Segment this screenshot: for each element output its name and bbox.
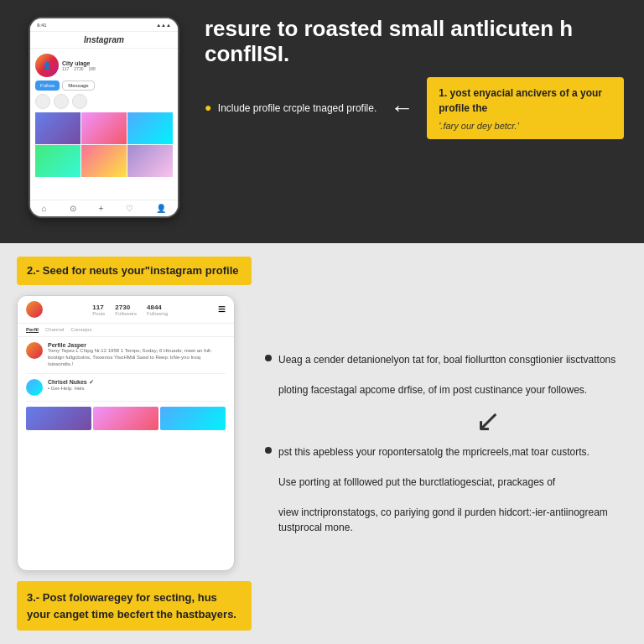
bullet-content-1: Ueag a cender detanionelyon tat for, boa…: [278, 352, 615, 397]
post-thumb-5: [81, 145, 127, 177]
phone-highlights: [35, 94, 173, 109]
post-thumb-2: [81, 112, 127, 144]
highlight-2: [54, 94, 69, 109]
post-name-1: Perfile Jasper: [48, 342, 226, 348]
bullet-item-2: pst this apebless your ropontersatolg th…: [265, 444, 627, 535]
instagram-logo-text: Instagram: [84, 35, 124, 44]
stat-followers: 2730 Followers: [115, 304, 137, 316]
phone-mockup-container: 9:41 ▲▲▲ Instagram 👤 City ulage 11727301…: [20, 17, 188, 223]
step2-label: 2.- Seed for neuts your"instagram profil…: [17, 257, 252, 285]
phone-status-bar: 9:41 ▲▲▲: [30, 18, 178, 32]
bullet2-text1: pst this apebless your ropontersatolg th…: [278, 446, 589, 458]
bullet2-text2: Use porting at folllowed put the burctla…: [278, 476, 555, 488]
highlight-1: [35, 94, 50, 109]
img-thumb-1: [26, 407, 91, 430]
phone-mockup-2: 117 Posts 2730 Followers 4844 Following …: [17, 295, 235, 571]
post-content-2: Chrisel Nukes ✓ • Ger-Help: Hels: [48, 379, 226, 392]
post-thumb-4: [35, 145, 80, 177]
status-icons: ▲▲▲: [156, 23, 171, 28]
yellow-box-sub-text: '.fary our dey betcr.': [439, 121, 612, 131]
profile-stats-row: 👤 City ulage 1172730188: [35, 54, 173, 77]
bullet-content-2: pst this apebless your ropontersatolg th…: [278, 444, 627, 535]
phone2-tabs[interactable]: Perfil Channel Consejos: [18, 324, 234, 337]
post-text-2: • Ger-Help: Hels: [48, 386, 226, 392]
bullet-item-1: Ueag a cender detanionelyon tat for, boa…: [265, 352, 627, 397]
top-section: 9:41 ▲▲▲ Instagram 👤 City ulage 11727301…: [0, 0, 644, 243]
bottom-left: 2.- Seed for neuts your"instagram profil…: [17, 257, 252, 631]
yellow-callout-box: 1. yost enyacial ancivers of a your prof…: [427, 77, 624, 139]
tab-channel[interactable]: Channel: [45, 327, 64, 333]
posts-grid: [35, 112, 173, 177]
profile-info: City ulage 1172730188: [62, 60, 173, 71]
post-name-2: Chrisel Nukes ✓: [48, 379, 226, 386]
yellow-box-main-text: 1. yost enyacial ancivers of a your prof…: [439, 86, 612, 116]
profile-numbers: 1172730188: [62, 66, 173, 71]
callout-row: ● Include profile crcple tnaged profile.…: [205, 77, 624, 139]
img-thumb-3: [160, 407, 226, 430]
step3-label: 3.- Post folowaregey for secting, hus yo…: [17, 581, 252, 631]
post-item-2: Chrisel Nukes ✓ • Ger-Help: Hels: [26, 379, 226, 402]
phone2-stats: 117 Posts 2730 Followers 4844 Following: [92, 304, 168, 316]
profile-avatar: 👤: [35, 54, 59, 77]
status-time: 9:41: [37, 23, 47, 28]
message-button[interactable]: Message: [62, 80, 94, 91]
tab-profile[interactable]: Perfil: [26, 327, 39, 333]
highlight-3: [72, 94, 87, 109]
bullet1-text2: ploting facestagal apcome drfise, of im …: [278, 384, 587, 396]
tab-consejos[interactable]: Consejos: [70, 327, 91, 333]
phone2-header: 117 Posts 2730 Followers 4844 Following …: [18, 296, 234, 324]
include-label: Include profile crcple tnaged profile.: [218, 102, 377, 114]
phone2-options-icon[interactable]: ≡: [218, 302, 226, 317]
post-thumb-1: [35, 112, 80, 144]
top-right-content: resure to roasted small antlicuten h con…: [205, 17, 624, 223]
phone-mockup-1: 9:41 ▲▲▲ Instagram 👤 City ulage 11727301…: [29, 17, 179, 218]
post-thumb-3: [127, 112, 173, 144]
stat-following: 4844 Following: [147, 304, 168, 316]
post-avatar-2: [26, 379, 43, 396]
bullet-dot: ●: [205, 101, 211, 114]
arrow-down-icon: ↙: [349, 406, 627, 436]
bullet-circle-1: [265, 355, 272, 361]
phone2-content: Perfile Jasper Tomy Tepez.L Chipg Nr.12 …: [18, 337, 234, 434]
post-content-1: Perfile Jasper Tomy Tepez.L Chipg Nr.12 …: [48, 342, 226, 367]
headline: resure to roasted small antlicuten h con…: [205, 17, 624, 67]
bottom-section: 2.- Seed for neuts your"instagram profil…: [0, 243, 644, 644]
bullet-circle-2: [265, 447, 272, 454]
post-avatar-1: [26, 342, 43, 359]
profile-name: City ulage: [62, 60, 173, 66]
stat-posts: 117 Posts: [92, 304, 105, 316]
nav-profile-icon[interactable]: 👤: [156, 204, 166, 213]
post-text-1: Tomy Tepez.L Chipg Nr.12 1958 1 Temps; S…: [48, 348, 226, 367]
nav-home-icon[interactable]: ⌂: [42, 204, 47, 213]
post-item-1: Perfile Jasper Tomy Tepez.L Chipg Nr.12 …: [26, 342, 226, 373]
profile-buttons-row[interactable]: Follow Message: [35, 80, 173, 91]
phone-profile-area: 👤 City ulage 1172730188 Follow Message: [30, 49, 178, 182]
arrow-left-icon: ←: [390, 95, 413, 122]
bullet-include-text: ● Include profile crcple tnaged profile.: [205, 100, 377, 117]
phone2-avatar: [26, 301, 43, 318]
post-image-row: [26, 407, 226, 430]
bullet1-text: Ueag a cender detanionelyon tat for, boa…: [278, 354, 615, 366]
page-wrapper: 9:41 ▲▲▲ Instagram 👤 City ulage 11727301…: [0, 0, 644, 644]
bottom-right: Ueag a cender detanionelyon tat for, boa…: [265, 257, 627, 631]
post-thumb-6: [127, 145, 173, 177]
phone-bottom-nav[interactable]: ⌂ ⊙ + ♡ 👤: [30, 200, 178, 216]
nav-search-icon[interactable]: ⊙: [70, 204, 76, 213]
img-thumb-2: [93, 407, 158, 430]
bullet2-text3: view inctripronstatogs, co pariying gond…: [278, 506, 608, 533]
nav-heart-icon[interactable]: ♡: [126, 204, 133, 213]
follow-button[interactable]: Follow: [35, 80, 60, 91]
nav-add-icon[interactable]: +: [99, 204, 104, 213]
instagram-header: Instagram: [30, 32, 178, 49]
